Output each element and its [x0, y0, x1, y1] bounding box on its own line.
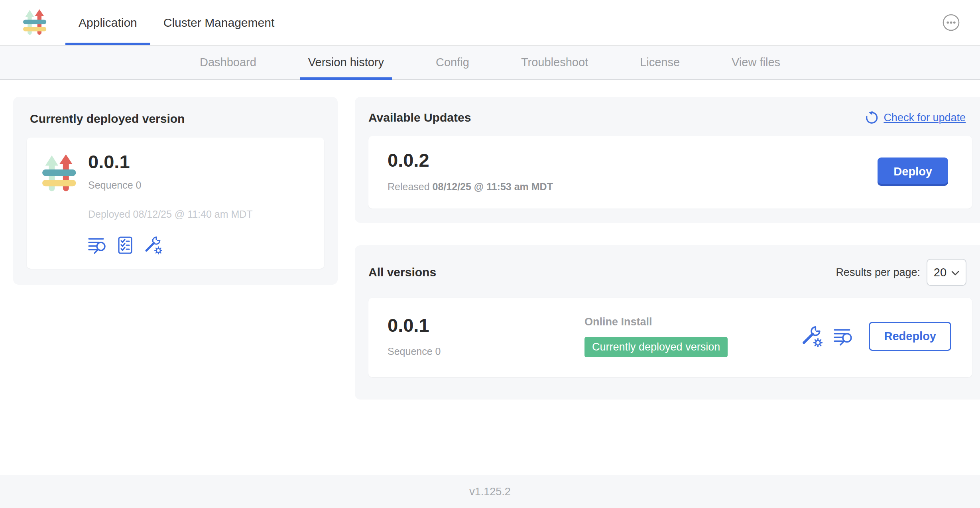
currently-deployed-badge: Currently deployed version — [584, 337, 728, 357]
subnav-tab-dashboard[interactable]: Dashboard — [192, 45, 264, 79]
tab-cluster-management-label: Cluster Management — [163, 16, 274, 30]
all-versions-card: All versions Results per page: 20 0.0.1 … — [355, 245, 980, 399]
available-updates-card: Available Updates Check for update 0.0.2… — [355, 97, 980, 223]
tab-application-label: Application — [79, 16, 137, 30]
app-footer: v1.125.2 — [0, 475, 980, 508]
check-for-update-link[interactable]: Check for update — [864, 110, 966, 125]
console-version-label: v1.125.2 — [469, 486, 511, 498]
config-icon[interactable] — [801, 326, 823, 347]
tab-cluster-management[interactable]: Cluster Management — [150, 0, 287, 45]
logs-icon[interactable] — [88, 236, 106, 254]
row-version-number: 0.0.1 — [388, 315, 584, 335]
app-subnav: Dashboard Version history Config Trouble… — [0, 45, 980, 80]
results-per-page-select[interactable]: 20 — [927, 259, 966, 286]
app-logo-icon — [23, 9, 48, 37]
logs-icon[interactable] — [834, 327, 853, 346]
deployed-version-number: 0.0.1 — [88, 152, 253, 171]
row-sequence-label: Sequence 0 — [388, 346, 584, 357]
main-content: Currently deployed version 0.0.1 Sequenc… — [0, 80, 980, 475]
subnav-tab-troubleshoot[interactable]: Troubleshoot — [513, 45, 596, 79]
currently-deployed-version-card: 0.0.1 Sequence 0 Deployed 08/12/25 @ 11:… — [27, 138, 324, 269]
subnav-tab-config[interactable]: Config — [428, 45, 477, 79]
tab-application[interactable]: Application — [65, 0, 150, 45]
app-logo-icon — [42, 154, 79, 193]
deployed-timestamp: Deployed 08/12/25 @ 11:40 am MDT — [88, 209, 253, 220]
available-updates-title: Available Updates — [368, 111, 471, 124]
released-label: Released — [388, 181, 430, 192]
config-icon[interactable] — [144, 236, 162, 254]
refresh-icon — [864, 110, 879, 125]
app-header: Application Cluster Management — [0, 0, 980, 45]
subnav-tab-view-files[interactable]: View files — [724, 45, 788, 79]
results-per-page-label: Results per page: — [836, 266, 920, 279]
released-timestamp: 08/12/25 @ 11:53 am MDT — [433, 181, 553, 192]
install-type-label: Online Install — [584, 316, 801, 328]
currently-deployed-card: Currently deployed version 0.0.1 Sequenc… — [13, 97, 338, 285]
version-row: 0.0.1 Sequence 0 Online Install Currentl… — [368, 298, 972, 377]
deploy-button[interactable]: Deploy — [878, 158, 948, 186]
update-version-number: 0.0.2 — [388, 150, 553, 170]
overflow-menu-icon[interactable] — [942, 14, 960, 32]
currently-deployed-title: Currently deployed version — [30, 112, 324, 126]
results-per-page-value: 20 — [934, 266, 947, 279]
subnav-tab-version-history[interactable]: Version history — [300, 45, 392, 79]
all-versions-title: All versions — [368, 266, 436, 279]
deployed-sequence-label: Sequence 0 — [88, 179, 253, 191]
chevron-down-icon — [951, 271, 959, 276]
check-for-update-label: Check for update — [884, 112, 966, 124]
subnav-tab-license[interactable]: License — [632, 45, 688, 79]
redeploy-button[interactable]: Redeploy — [869, 322, 951, 351]
available-update-row: 0.0.2 Released 08/12/25 @ 11:53 am MDT D… — [368, 136, 972, 209]
preflight-checks-icon[interactable] — [116, 236, 134, 254]
